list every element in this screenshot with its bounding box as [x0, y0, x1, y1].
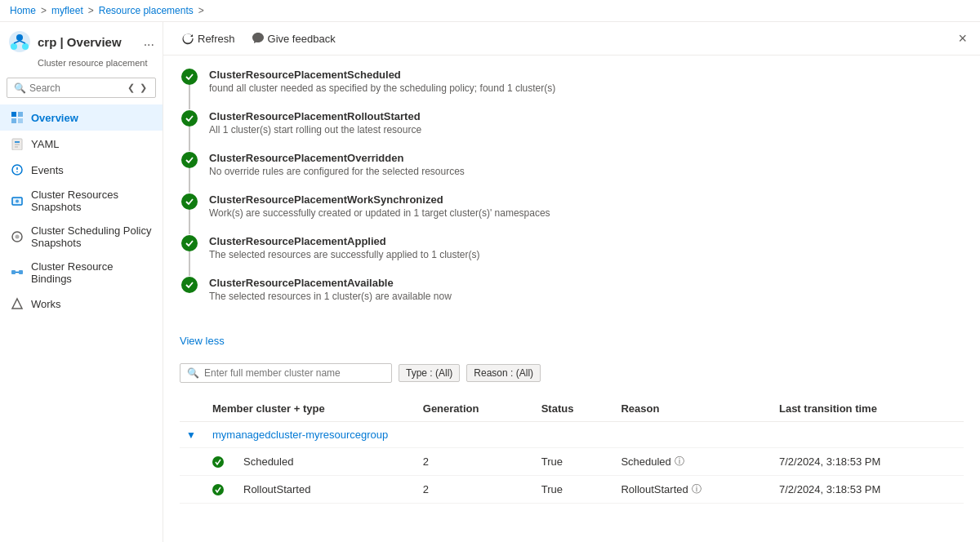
sidebar-item-events[interactable]: Events	[0, 157, 163, 183]
sidebar: crp | Overview ... Cluster resource plac…	[0, 22, 163, 542]
sidebar-item-cluster-resources-snapshots[interactable]: Cluster Resources Snapshots	[0, 183, 163, 219]
timeline-line	[189, 168, 190, 193]
sidebar-search-input[interactable]	[29, 82, 126, 94]
breadcrumb-sep2: >	[88, 5, 94, 16]
timeline-left	[180, 110, 199, 151]
table-section: Member cluster + typeGenerationStatusRea…	[163, 389, 980, 510]
timeline-item-scheduled: ClusterResourcePlacementScheduled found …	[180, 69, 964, 110]
row-status-cell: True	[533, 476, 613, 504]
timeline-content-scheduled: ClusterResourcePlacementScheduled found …	[209, 69, 964, 110]
table-row-scheduled-row: Scheduled 2 True Scheduled ⓘ 7/2/2024, 3…	[180, 448, 964, 476]
collapse-icon-2[interactable]: ❯	[138, 81, 149, 95]
collapse-icon-1[interactable]: ❮	[126, 81, 136, 95]
timeline-item-overridden: ClusterResourcePlacementOverridden No ov…	[180, 152, 964, 193]
row-expand-cell	[180, 476, 204, 504]
bindings-icon	[10, 265, 24, 280]
svg-rect-22	[19, 270, 23, 274]
timeline-line	[189, 210, 190, 234]
svg-point-20	[16, 235, 20, 239]
refresh-button[interactable]: Refresh	[176, 29, 240, 48]
info-icon[interactable]: ⓘ	[692, 482, 702, 496]
cluster-group-name-cell: mymanagedcluster-myresourcegroup	[204, 422, 964, 448]
timeline-content-rollout-started: ClusterResourcePlacementRolloutStarted A…	[209, 110, 964, 152]
sidebar-search-container: 🔍 ❮ ❯	[7, 78, 156, 98]
svg-marker-24	[12, 299, 22, 309]
view-less-link[interactable]: View less	[163, 331, 980, 357]
timeline-dot-available	[181, 277, 198, 293]
reason-filter-button[interactable]: Reason : (All)	[466, 364, 541, 382]
sidebar-item-label: Events	[31, 164, 64, 176]
cluster-search-input[interactable]	[204, 367, 385, 379]
row-type-label: RolloutStarted	[227, 483, 310, 495]
breadcrumb-sep3: >	[198, 5, 204, 16]
breadcrumb-sep1: >	[41, 5, 47, 16]
sidebar-item-label: Overview	[31, 112, 78, 124]
row-reason-label: RolloutStarted	[621, 483, 688, 495]
cluster-group-link[interactable]: mymanagedcluster-myresourcegroup	[212, 429, 388, 441]
timeline-dot-rollout-started	[181, 110, 198, 127]
row-type-label: Scheduled	[227, 455, 293, 468]
timeline-title: ClusterResourcePlacementAvailable	[209, 277, 964, 289]
row-reason-label: Scheduled	[621, 455, 670, 468]
breadcrumb-home[interactable]: Home	[10, 5, 36, 16]
svg-rect-7	[18, 112, 23, 117]
timeline-description: found all cluster needed as specified by…	[209, 82, 964, 94]
breadcrumb-resource-placements[interactable]: Resource placements	[99, 5, 194, 16]
col-header-member-cluster: Member cluster + type	[204, 396, 415, 422]
breadcrumb-myfleet[interactable]: myfleet	[51, 5, 83, 16]
row-generation-cell: 2	[415, 476, 533, 504]
table-row-rolloutstarted-row: RolloutStarted 2 True RolloutStarted ⓘ 7…	[180, 476, 964, 504]
expand-cell[interactable]: ▼	[180, 422, 204, 448]
svg-point-3	[22, 43, 29, 50]
row-type-cell: Scheduled	[204, 448, 415, 476]
timeline-description: The selected resources are successfully …	[209, 249, 964, 260]
timeline-title: ClusterResourcePlacementWorkSynchronized	[209, 193, 964, 206]
sidebar-item-overview[interactable]: Overview	[0, 104, 163, 131]
expand-chevron-icon[interactable]: ▼	[186, 429, 196, 441]
sidebar-collapse-icons: ❮ ❯	[126, 81, 149, 95]
row-type-cell: RolloutStarted	[204, 476, 415, 504]
row-generation-cell: 2	[415, 448, 533, 476]
type-filter-button[interactable]: Type : (All)	[399, 364, 460, 382]
timeline-line	[189, 85, 190, 109]
row-expand-cell	[180, 448, 204, 476]
crp-icon	[8, 30, 31, 53]
refresh-icon	[181, 32, 194, 45]
timeline-content-work-synchronized: ClusterResourcePlacementWorkSynchronized…	[209, 193, 964, 235]
timeline-left	[180, 193, 199, 234]
timeline-left	[180, 235, 199, 276]
sidebar-item-yaml[interactable]: YAML	[0, 131, 163, 157]
timeline-left	[180, 152, 199, 193]
sidebar-item-cluster-resource-bindings[interactable]: Cluster Resource Bindings	[0, 255, 163, 291]
sidebar-title-area: crp | Overview	[38, 35, 122, 49]
sidebar-item-cluster-scheduling-policy-snapshots[interactable]: Cluster Scheduling Policy Snapshots	[0, 219, 163, 255]
row-reason-cell: Scheduled ⓘ	[612, 448, 771, 476]
timeline-description: No override rules are configured for the…	[209, 166, 964, 177]
cluster-group-row: ▼ mymanagedcluster-myresourcegroup	[180, 422, 964, 448]
header-more-icon[interactable]: ...	[144, 34, 154, 49]
timeline-title: ClusterResourcePlacementOverridden	[209, 152, 964, 164]
svg-point-16	[16, 171, 18, 173]
row-transition-time-cell: 7/2/2024, 3:18:53 PM	[771, 448, 964, 476]
sidebar-search-icon: 🔍	[14, 82, 26, 94]
filter-search-container: 🔍	[180, 363, 392, 383]
placement-table: Member cluster + typeGenerationStatusRea…	[180, 396, 964, 504]
sidebar-item-works[interactable]: Works	[0, 291, 163, 317]
status-dot-scheduled-row	[212, 456, 224, 468]
timeline-title: ClusterResourcePlacementApplied	[209, 235, 964, 247]
timeline-description: All 1 cluster(s) start rolling out the l…	[209, 124, 964, 136]
svg-point-2	[11, 43, 17, 50]
main-content: Refresh Give feedback × ClusterResourceP…	[163, 22, 980, 542]
timeline-title: ClusterResourcePlacementScheduled	[209, 69, 964, 81]
feedback-button[interactable]: Give feedback	[247, 29, 341, 48]
timeline-dot-scheduled	[181, 69, 198, 85]
row-status-cell: True	[533, 448, 613, 476]
toolbar: Refresh Give feedback ×	[163, 22, 980, 56]
svg-rect-8	[11, 118, 16, 123]
svg-point-1	[16, 34, 23, 41]
sidebar-item-label: Works	[31, 298, 61, 310]
header-close-btn[interactable]: ×	[958, 30, 967, 47]
sidebar-header: crp | Overview ...	[0, 22, 163, 58]
info-icon[interactable]: ⓘ	[675, 455, 684, 469]
row-reason-cell: RolloutStarted ⓘ	[612, 476, 771, 504]
